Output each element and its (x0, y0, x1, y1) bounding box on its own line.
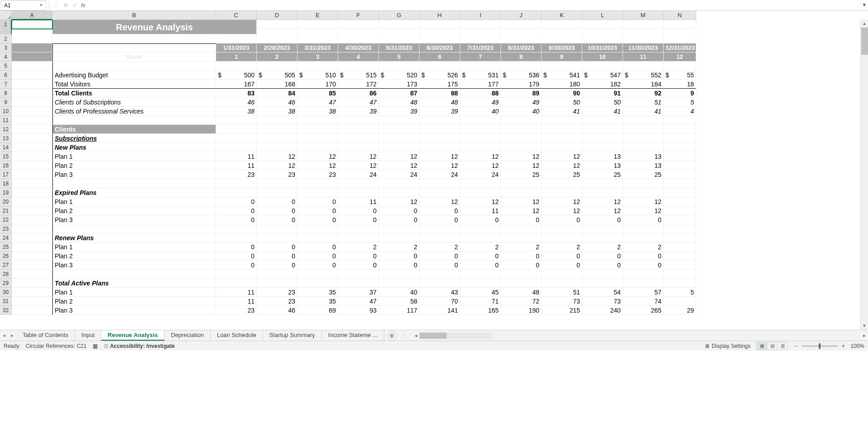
cell[interactable]: 51 (542, 288, 582, 297)
cell[interactable] (460, 224, 501, 233)
cell[interactable]: 0 (338, 261, 379, 270)
cell[interactable]: 47 (297, 98, 338, 107)
cell[interactable]: 12 (379, 152, 420, 161)
cell[interactable] (12, 116, 52, 125)
cell[interactable] (379, 179, 420, 188)
cell[interactable] (460, 134, 501, 143)
display-settings-button[interactable]: 🖥 Display Settings (704, 343, 750, 349)
cell[interactable]: 5/31/2023 (379, 43, 420, 52)
cell[interactable]: 5 (664, 288, 696, 297)
cell[interactable] (297, 116, 338, 125)
cell[interactable] (460, 279, 501, 288)
cell[interactable]: 11 (216, 161, 257, 170)
cell[interactable]: 0 (623, 252, 664, 261)
cell[interactable] (664, 252, 696, 261)
cell[interactable]: 0 (257, 261, 297, 270)
col-header-M[interactable]: M (623, 11, 664, 20)
cell[interactable]: 38 (257, 107, 297, 116)
cell[interactable]: 12 (582, 197, 623, 206)
cell[interactable] (664, 179, 696, 188)
cell[interactable] (379, 233, 420, 242)
cell[interactable] (664, 197, 696, 206)
tab-menu-icon[interactable]: ⋮ (400, 333, 410, 338)
cell[interactable]: 0 (582, 252, 623, 261)
cell[interactable]: 39 (379, 107, 420, 116)
horizontal-scrollbar[interactable]: ◄ ► (412, 332, 868, 339)
cell[interactable]: 2 (420, 242, 460, 252)
name-box[interactable]: A1 ▼ (1, 0, 46, 10)
cell[interactable] (623, 224, 664, 233)
row-header-2[interactable]: 2 (0, 34, 12, 43)
cell[interactable]: 0 (297, 242, 338, 252)
row-header-25[interactable]: 25 (0, 242, 12, 252)
cell[interactable]: Total Visitors (52, 80, 216, 89)
cell[interactable] (257, 188, 297, 197)
col-header-F[interactable]: F (338, 11, 379, 20)
cell[interactable] (216, 224, 257, 233)
col-header-J[interactable]: J (501, 11, 542, 20)
cell[interactable] (52, 270, 216, 279)
cell[interactable]: 12 (664, 52, 696, 62)
cell[interactable]: 2 (542, 242, 582, 252)
cell[interactable] (420, 279, 460, 288)
cell[interactable] (664, 261, 696, 270)
cell[interactable]: 46 (257, 98, 297, 107)
cell[interactable]: 58 (379, 297, 420, 306)
cell[interactable]: 73 (582, 297, 623, 306)
row-header-18[interactable]: 18 (0, 179, 12, 188)
cell[interactable] (379, 270, 420, 279)
cell[interactable]: $531 (460, 71, 501, 80)
cell[interactable]: 0 (338, 252, 379, 261)
cell[interactable] (582, 20, 623, 29)
cell[interactable]: 12 (379, 197, 420, 206)
cell[interactable]: 0 (338, 206, 379, 215)
cell[interactable] (52, 34, 216, 43)
cell[interactable] (501, 179, 542, 188)
cell[interactable]: 88 (460, 89, 501, 98)
row-header-26[interactable]: 26 (0, 252, 12, 261)
cell[interactable] (216, 125, 257, 134)
cell[interactable]: 3/31/2023 (297, 43, 338, 52)
cell[interactable] (338, 20, 379, 29)
cell[interactable] (664, 242, 696, 252)
cell[interactable]: 11 (216, 288, 257, 297)
cell[interactable] (542, 34, 582, 43)
cell[interactable] (52, 62, 216, 71)
cell[interactable]: 12 (297, 152, 338, 161)
cell[interactable]: 3 (297, 52, 338, 62)
cell[interactable]: 74 (623, 297, 664, 306)
cell[interactable] (297, 233, 338, 242)
cell[interactable]: 8 (501, 52, 542, 62)
cell[interactable]: 215 (542, 306, 582, 315)
cell[interactable]: 70 (420, 297, 460, 306)
cell[interactable]: 0 (257, 206, 297, 215)
cell[interactable] (297, 143, 338, 152)
cell[interactable] (257, 270, 297, 279)
cell[interactable]: 23 (216, 306, 257, 315)
cell[interactable]: 184 (623, 80, 664, 89)
cell[interactable] (664, 233, 696, 242)
cell[interactable]: 40 (501, 107, 542, 116)
col-header-L[interactable]: L (582, 11, 623, 20)
cell[interactable]: Plan 2 (52, 161, 216, 170)
cell[interactable] (501, 188, 542, 197)
cell[interactable]: 167 (216, 80, 257, 89)
cell[interactable]: 11/30/2023 (623, 43, 664, 52)
row-header-11[interactable]: 11 (0, 116, 12, 125)
cell[interactable]: 91 (582, 89, 623, 98)
cell[interactable] (12, 179, 52, 188)
cell[interactable]: 54 (582, 288, 623, 297)
cell[interactable] (216, 188, 257, 197)
row-header-7[interactable]: 7 (0, 80, 12, 89)
cell[interactable] (460, 270, 501, 279)
cell[interactable]: 40 (379, 288, 420, 297)
cell[interactable]: 41 (623, 107, 664, 116)
cell[interactable] (379, 125, 420, 134)
cell[interactable] (12, 224, 52, 233)
cell[interactable] (379, 62, 420, 71)
cell[interactable] (542, 179, 582, 188)
cell[interactable]: 9/30/2023 (542, 43, 582, 52)
cell[interactable]: 0 (379, 215, 420, 224)
cell[interactable] (501, 134, 542, 143)
row-header-29[interactable]: 29 (0, 279, 12, 288)
